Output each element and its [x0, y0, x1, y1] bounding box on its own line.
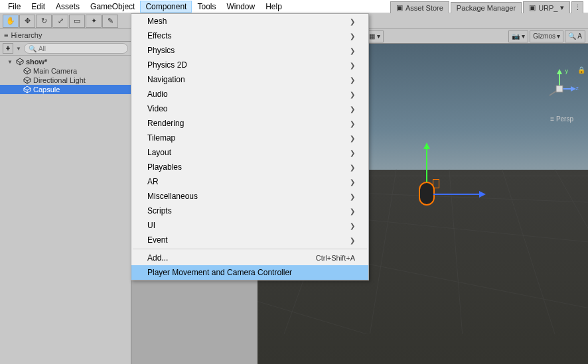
menu-item-rendering[interactable]: Rendering❯	[131, 116, 368, 131]
hierarchy-tree: ▼ show* Main Camera Directional Light Ca…	[0, 56, 131, 95]
search-icon: 🔍	[29, 45, 37, 52]
camera-settings[interactable]: 📷 ▾	[508, 30, 528, 42]
menu-item-event[interactable]: Event❯	[131, 233, 368, 247]
hand-tool[interactable]: ✋	[3, 15, 19, 28]
create-dropdown-arrow[interactable]: ▼	[16, 46, 21, 52]
chevron-right-icon: ❯	[350, 62, 355, 69]
menu-item-ar[interactable]: AR❯	[131, 174, 368, 189]
y-axis-handle[interactable]	[426, 145, 427, 182]
menu-item-mesh[interactable]: Mesh❯	[131, 14, 368, 29]
scene-name: show*	[26, 58, 47, 66]
scene-search[interactable]: 🔍 A	[565, 30, 585, 42]
menu-item-ui[interactable]: UI❯	[131, 218, 368, 233]
expand-toggle[interactable]: ▼	[7, 59, 14, 65]
svg-line-10	[555, 169, 588, 334]
tab-package-manager[interactable]: Package Manager	[451, 2, 522, 13]
chevron-right-icon: ❯	[350, 91, 355, 98]
custom-tool[interactable]: ✎	[102, 15, 118, 28]
selection-handle[interactable]	[433, 179, 439, 188]
chevron-right-icon: ❯	[350, 237, 355, 244]
hierarchy-title: Hierarchy	[11, 31, 42, 39]
menu-file[interactable]: File	[3, 1, 26, 13]
chevron-right-icon: ❯	[350, 32, 355, 40]
rotate-tool[interactable]: ↻	[36, 15, 52, 28]
window-tabs: ▣Asset Store Package Manager ▣URP_▾ ⋮	[131, 0, 588, 13]
menu-item-audio[interactable]: Audio❯	[131, 87, 368, 101]
chevron-right-icon: ❯	[350, 105, 355, 113]
move-tool[interactable]: ✥	[19, 15, 35, 28]
scene-row[interactable]: ▼ show*	[0, 57, 131, 66]
menu-item-physics[interactable]: Physics❯	[131, 43, 368, 58]
tab-menu[interactable]: ⋮	[571, 1, 583, 13]
item-label: Capsule	[33, 86, 60, 93]
svg-rect-16	[556, 86, 563, 92]
chevron-right-icon: ❯	[350, 222, 355, 229]
hierarchy-item-main-camera[interactable]: Main Camera	[0, 66, 131, 76]
chevron-right-icon: ❯	[350, 149, 355, 156]
menu-item-physics-2d[interactable]: Physics 2D❯	[131, 58, 368, 72]
chevron-right-icon: ❯	[350, 164, 355, 171]
hierarchy-panel: ≡ Hierarchy + ▼ 🔍 All ▼ show* Main Camer…	[0, 29, 131, 364]
lock-icon[interactable]: 🔒	[577, 66, 585, 74]
create-button[interactable]: +	[3, 43, 13, 54]
menu-edit[interactable]: Edit	[26, 1, 50, 13]
menu-item-add[interactable]: Add...Ctrl+Shift+A	[131, 251, 368, 265]
chevron-right-icon: ❯	[350, 76, 355, 84]
gameobject-icon	[23, 67, 31, 75]
chevron-right-icon: ❯	[350, 208, 355, 215]
chevron-right-icon: ❯	[350, 47, 355, 54]
menu-assets[interactable]: Assets	[50, 1, 85, 13]
hierarchy-header: ≡ Hierarchy	[0, 29, 131, 42]
package-icon: ▣	[396, 3, 403, 12]
chevron-right-icon: ❯	[350, 193, 355, 200]
chevron-right-icon: ❯	[350, 120, 355, 127]
gameobject-icon	[23, 76, 31, 84]
z-axis-label: z	[576, 85, 579, 91]
y-axis-label: y	[565, 68, 569, 74]
shortcut-label: Ctrl+Shift+A	[316, 254, 355, 262]
camera-mode-label[interactable]: ≡ Persp	[550, 115, 573, 123]
scale-tool[interactable]: ⤢	[52, 15, 68, 28]
search-placeholder: All	[38, 45, 46, 52]
menu-item-navigation[interactable]: Navigation❯	[131, 72, 368, 87]
chevron-right-icon: ❯	[350, 135, 355, 142]
menu-item-player-movement[interactable]: Player Movement and Camera Controller	[131, 265, 368, 280]
package-icon: ▣	[529, 3, 536, 12]
gameobject-icon	[23, 86, 31, 93]
hierarchy-item-capsule[interactable]: Capsule	[0, 85, 131, 94]
gizmos-dropdown[interactable]: Gizmos ▾	[530, 30, 563, 42]
menu-item-layout[interactable]: Layout❯	[131, 145, 368, 160]
item-label: Directional Light	[33, 76, 86, 84]
menu-item-effects[interactable]: Effects❯	[131, 29, 368, 43]
orientation-gizmo[interactable]: y z	[543, 69, 576, 109]
dropdown-icon[interactable]: ▾	[560, 3, 564, 12]
transform-tool[interactable]: ✦	[86, 15, 102, 28]
hierarchy-icon: ≡	[4, 31, 8, 39]
menu-item-miscellaneous[interactable]: Miscellaneous❯	[131, 189, 368, 204]
menu-item-tilemap[interactable]: Tilemap❯	[131, 131, 368, 145]
hierarchy-item-directional-light[interactable]: Directional Light	[0, 76, 131, 85]
menu-item-playables[interactable]: Playables❯	[131, 160, 368, 174]
menu-separator	[133, 249, 367, 249]
svg-line-9	[502, 169, 555, 334]
hierarchy-search[interactable]: 🔍 All	[24, 43, 128, 54]
menu-item-scripts[interactable]: Scripts❯	[131, 204, 368, 218]
chevron-right-icon: ❯	[350, 178, 355, 186]
tab-asset-store[interactable]: ▣Asset Store	[390, 1, 449, 13]
component-dropdown: Mesh❯ Effects❯ Physics❯ Physics 2D❯ Navi…	[131, 13, 369, 280]
unity-icon	[16, 58, 24, 66]
tab-urp[interactable]: ▣URP_▾	[523, 1, 570, 13]
item-label: Main Camera	[33, 67, 77, 75]
menu-item-video[interactable]: Video❯	[131, 101, 368, 116]
hierarchy-toolbar: + ▼ 🔍 All	[0, 42, 131, 56]
svg-marker-12	[557, 69, 562, 74]
chevron-right-icon: ❯	[350, 18, 355, 25]
rect-tool[interactable]: ▭	[69, 15, 85, 28]
svg-line-4	[257, 302, 588, 335]
z-axis-handle[interactable]	[433, 194, 484, 195]
